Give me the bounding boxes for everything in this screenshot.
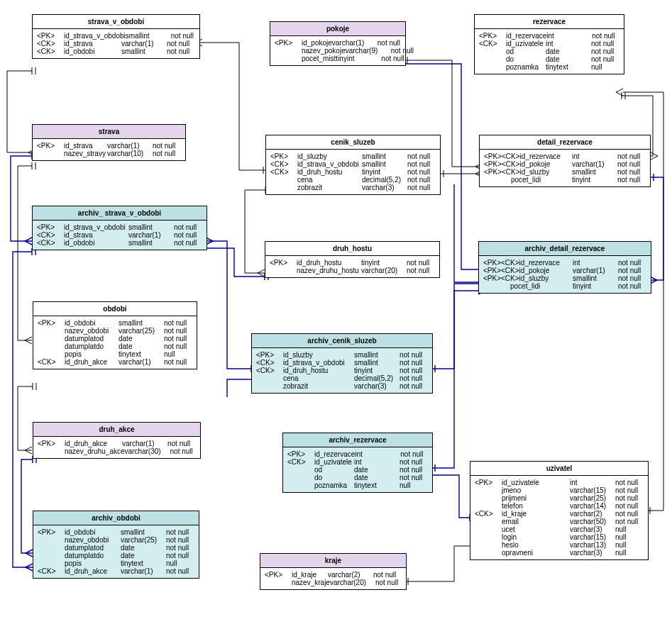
col-key — [38, 447, 65, 455]
col-name: id_obdobi — [65, 528, 121, 536]
col-key — [270, 176, 297, 184]
col-name: id_strava_v_obdobi — [297, 160, 362, 168]
col-type: tinytext — [121, 559, 166, 567]
col-type: varchar(25) — [121, 536, 166, 544]
column-row: <PK>id_sluzbysmallintnot null — [256, 351, 428, 359]
entity-archiv-obdobi: archiv_obdobi <PK>id_obdobismallintnot n… — [33, 511, 199, 579]
col-name: pocet_lidi — [511, 176, 572, 184]
col-type: int — [572, 152, 617, 160]
column-row: poznamkatinytextnull — [287, 481, 428, 489]
col-name: id_kraje — [502, 510, 570, 518]
col-type: smallint — [128, 239, 174, 247]
col-key — [475, 502, 502, 510]
col-key — [484, 176, 511, 184]
col-type: smallint — [121, 528, 166, 536]
entity-kraje: kraje <PK>id_krajevarchar(2)not nullnaze… — [260, 553, 407, 590]
col-name: id_obdobi — [64, 48, 121, 55]
col-key: <PK><CK> — [484, 160, 520, 168]
column-row: nazev_krajevarchar(20)not null — [265, 579, 402, 586]
col-null: not null — [373, 571, 402, 579]
col-type: varchar(15) — [570, 486, 615, 494]
entity-title: pokoje — [270, 22, 405, 36]
col-key — [38, 335, 65, 342]
column-row: <PK><CK>id_sluzbysmallintnot null — [483, 274, 646, 282]
entity-body: <PK>id_krajevarchar(2)not nullnazev_kraj… — [260, 568, 406, 589]
column-row: <CK>id_druh_hostutinyintnot null — [270, 168, 436, 176]
col-name: id_strava — [64, 231, 128, 239]
col-name: id_sluzby — [519, 274, 573, 282]
col-key: <CK> — [270, 160, 297, 168]
entity-title: archiv_obdobi — [33, 511, 199, 525]
col-key: <PK><CK> — [483, 267, 519, 274]
col-null: not null — [407, 168, 436, 176]
col-null: not null — [378, 39, 406, 47]
column-row: nazev_druhu_akcevarchar(30)not null — [38, 447, 196, 455]
col-name: telefon — [502, 502, 570, 510]
column-row: <PK><CK>id_pokojevarchar(1)not null — [484, 160, 646, 168]
column-row: <PK>id_stravavarchar(1)not null — [37, 142, 181, 150]
col-name: id_rezervace — [519, 259, 573, 267]
col-name: nazev_obdobi — [65, 536, 121, 544]
column-row: nazev_pokojevarchar(9)not null — [275, 47, 401, 55]
col-null: not null — [375, 579, 404, 586]
col-null: not null — [617, 176, 646, 184]
col-key — [256, 382, 283, 390]
entity-body: <PK>id_obdobismallintnot nullnazev_obdob… — [33, 316, 197, 369]
col-name: id_sluzby — [297, 152, 362, 160]
col-type: tinyint — [336, 55, 381, 62]
col-null: not null — [591, 48, 619, 55]
column-row: <PK>id_uzivateleintnot null — [475, 479, 644, 486]
entity-body: <PK>id_rezervaceintnot null<CK>id_uzivat… — [475, 29, 624, 74]
column-row: pocet_liditinyintnot null — [484, 176, 646, 184]
col-type: varchar(30) — [125, 447, 170, 455]
col-null: null — [166, 559, 194, 567]
col-key: <PK> — [256, 351, 283, 359]
col-null: not null — [400, 351, 428, 359]
column-row: dodatenot null — [287, 474, 428, 481]
col-name: nazev_kraje — [292, 579, 330, 586]
column-row: <PK>id_strava_v_obdobismallintnot null — [37, 223, 202, 231]
column-row: nazev_stravyvarchar(10)not null — [37, 150, 181, 157]
entity-body: <PK>id_obdobismallintnot nullnazev_obdob… — [33, 525, 199, 578]
column-row: popistinytextnull — [38, 559, 194, 567]
col-type: int — [573, 259, 618, 267]
col-name: id_strava — [64, 40, 121, 48]
col-key — [38, 552, 65, 559]
col-null: not null — [400, 450, 429, 458]
col-type: varchar(25) — [119, 327, 164, 335]
entity-strava: strava <PK>id_stravavarchar(1)not nullna… — [32, 124, 186, 161]
col-type: tinyint — [361, 259, 407, 267]
col-type: varchar(3) — [354, 382, 400, 390]
col-null: not null — [400, 474, 428, 481]
col-name: od — [314, 466, 354, 474]
col-type: date — [121, 552, 166, 559]
col-type: decimal(5,2) — [354, 374, 400, 382]
col-type: smallint — [354, 351, 400, 359]
col-type: varchar(1) — [332, 39, 378, 47]
column-row: <PK>id_druh_akcevarchar(1)not null — [38, 440, 196, 447]
column-row: <CK>id_obdobismallintnot null — [37, 48, 195, 55]
col-key: <CK> — [270, 168, 297, 176]
col-name: opravneni — [502, 549, 570, 557]
col-name: zobrazit — [297, 184, 362, 191]
col-null: not null — [164, 327, 192, 335]
col-type: tinytext — [354, 481, 400, 489]
col-type: tinytext — [119, 350, 164, 358]
col-null: not null — [400, 466, 428, 474]
column-row: oddatenot null — [287, 466, 428, 474]
col-key: <CK> — [37, 40, 64, 48]
col-type: int — [546, 40, 591, 48]
col-name: do — [314, 474, 354, 481]
entity-body: <PK>id_rezervaceintnot null<CK>id_uzivat… — [283, 447, 432, 492]
col-key: <PK> — [265, 571, 292, 579]
col-name: datumplatod — [65, 544, 121, 552]
column-row: datumplatoddatenot null — [38, 544, 194, 552]
column-row: <PK>id_pokojevarchar(1)not null — [275, 39, 401, 47]
col-key: <PK> — [37, 223, 64, 231]
entity-title: detail_rezervace — [480, 135, 650, 150]
column-row: opravnenivarchar(3)null — [475, 549, 644, 557]
col-name: id_rezervace — [520, 152, 572, 160]
column-row: <PK><CK>id_rezervaceintnot null — [484, 152, 646, 160]
col-type: date — [354, 466, 400, 474]
column-row: <CK>id_krajevarchar(2)not null — [475, 510, 644, 518]
